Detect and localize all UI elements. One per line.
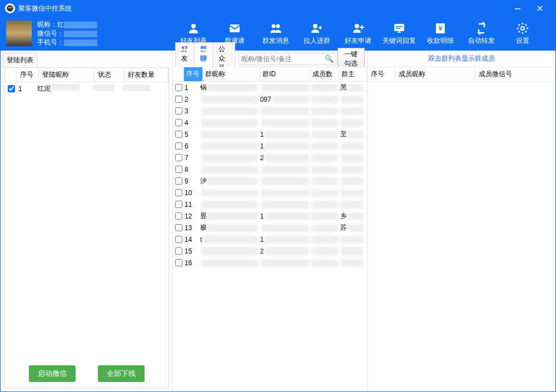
- nav-friend-req[interactable]: 好友申请: [337, 16, 379, 51]
- row-checkbox[interactable]: [175, 131, 182, 138]
- row-checkbox[interactable]: [175, 259, 182, 266]
- row-checkbox[interactable]: [175, 107, 182, 115]
- row-owner: [340, 236, 366, 244]
- row-owner: [340, 96, 366, 103]
- nav-pull-group[interactable]: 拉人进群: [296, 16, 337, 51]
- row-members: [311, 247, 340, 255]
- close-button[interactable]: [529, 1, 551, 16]
- nav-mass-msg[interactable]: 群发消息: [255, 16, 296, 51]
- group-row[interactable]: 10: [173, 187, 367, 199]
- nav-group-invite[interactable]: 群邀请: [214, 16, 255, 51]
- nav-label: 拉人进群: [304, 36, 330, 46]
- row-groupid: [260, 201, 311, 209]
- row-groupname: [200, 201, 260, 209]
- row-checkbox[interactable]: [175, 247, 182, 255]
- row-owner: [340, 177, 366, 185]
- phone-label: 手机号：: [37, 38, 64, 46]
- group-row[interactable]: 11: [173, 199, 367, 210]
- row-groupname: 汐: [200, 176, 260, 186]
- group-row[interactable]: 72: [173, 152, 367, 163]
- header-toolbar: 昵称：红 微信号： 手机号： 好友列表群邀请群发消息拉人进群好友申请关键词回复¥…: [1, 16, 555, 51]
- svg-point-1: [8, 7, 9, 8]
- svg-point-15: [521, 27, 524, 30]
- profile-section: 昵称：红 微信号： 手机号：: [1, 16, 173, 51]
- nav-label: 收款明细: [427, 36, 454, 46]
- row-checkbox[interactable]: [175, 166, 182, 173]
- row-checkbox[interactable]: [175, 224, 182, 231]
- col-mem-seq: 序号: [368, 67, 395, 81]
- row-num: 10: [185, 189, 200, 197]
- row-checkbox[interactable]: [175, 96, 182, 103]
- svg-point-8: [313, 24, 317, 28]
- all-offline-button[interactable]: 全部下线: [98, 365, 145, 382]
- start-wechat-button[interactable]: 启动微信: [29, 365, 76, 382]
- group-row[interactable]: 1锅黑: [173, 82, 367, 93]
- group-row[interactable]: 51至: [173, 128, 367, 140]
- row-members: [311, 154, 340, 162]
- row-num: 4: [185, 119, 200, 127]
- row-checkbox[interactable]: [175, 212, 182, 220]
- row-num: 14: [185, 236, 200, 244]
- row-members: [311, 177, 340, 185]
- row-groupid: [260, 119, 311, 127]
- row-num: 9: [185, 177, 200, 185]
- nav-forward[interactable]: 自动转发: [461, 16, 502, 51]
- group-row[interactable]: 14t1: [173, 234, 367, 245]
- row-members: [311, 107, 340, 115]
- nav-settings[interactable]: 设置: [502, 16, 543, 51]
- avatar: [6, 21, 32, 46]
- nav-friends[interactable]: 好友列表: [173, 16, 214, 51]
- group-row[interactable]: 9汐: [173, 175, 367, 187]
- row-owner: [340, 107, 366, 115]
- search-box[interactable]: 🔍: [239, 53, 336, 65]
- row-num: 1: [185, 84, 200, 92]
- group-row[interactable]: 3: [173, 105, 367, 117]
- row-checkbox[interactable]: [175, 201, 182, 208]
- group-row[interactable]: 13极苏: [173, 222, 367, 234]
- col-status: 状态: [95, 68, 125, 82]
- search-input[interactable]: [241, 55, 325, 63]
- left-panel-title: 登陆列表: [3, 53, 37, 68]
- row-num: 11: [185, 201, 200, 209]
- row-owner: 至: [340, 130, 366, 139]
- group-row[interactable]: 61: [173, 140, 367, 152]
- row-groupid: [260, 107, 311, 115]
- row-checkbox[interactable]: [175, 142, 182, 150]
- row-groupid: [260, 259, 311, 267]
- group-row[interactable]: 8: [173, 163, 367, 175]
- row-groupid: 1: [260, 142, 311, 150]
- row-groupid: 1: [260, 236, 311, 244]
- row-groupid: [260, 177, 311, 185]
- select-all-button[interactable]: 一键勾选: [337, 48, 365, 70]
- group-row[interactable]: 4: [173, 117, 367, 128]
- wechat-label: 微信号：: [37, 29, 64, 37]
- row-checkbox[interactable]: [175, 177, 182, 185]
- minimize-button[interactable]: [507, 1, 529, 16]
- col-seq: 序号: [184, 67, 203, 81]
- group-row[interactable]: 12昱1乡: [173, 210, 367, 222]
- login-table-header: 序号 登陆昵称 状态 好友数量: [4, 68, 168, 82]
- row-checkbox[interactable]: [175, 154, 182, 161]
- col-nick: 登陆昵称: [39, 68, 95, 82]
- svg-rect-11: [396, 26, 403, 27]
- row-checkbox[interactable]: [175, 236, 182, 243]
- row-checkbox[interactable]: [175, 119, 182, 126]
- group-row[interactable]: 152: [173, 245, 367, 257]
- nav-keyword[interactable]: 关键词回复: [379, 16, 420, 51]
- row-groupname: [200, 247, 260, 255]
- nav-payment[interactable]: ¥收款明细: [420, 16, 461, 51]
- nav-label: 群发消息: [262, 36, 289, 46]
- group-row[interactable]: 16: [173, 257, 367, 269]
- row-nick: 红泥: [37, 84, 93, 93]
- group-row[interactable]: 2097: [173, 93, 367, 105]
- row-checkbox[interactable]: [175, 189, 182, 196]
- row-groupname: [200, 96, 260, 103]
- search-icon[interactable]: 🔍: [325, 54, 334, 63]
- login-row[interactable]: 1红泥: [4, 82, 168, 95]
- nav-label: 设置: [516, 36, 529, 46]
- row-groupname: [200, 107, 260, 115]
- row-checkbox[interactable]: [175, 84, 182, 91]
- row-members: [311, 142, 340, 150]
- row-checkbox[interactable]: [8, 85, 15, 92]
- row-groupname: 锅: [200, 83, 260, 92]
